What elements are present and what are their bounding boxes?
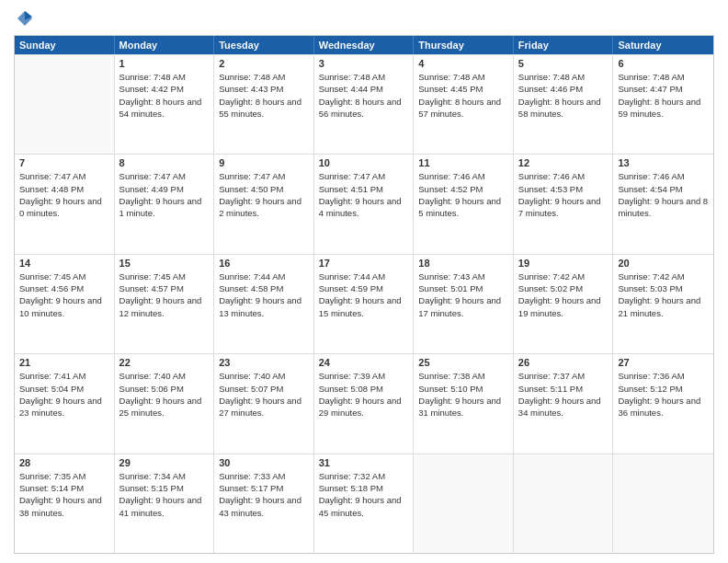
day-info: Sunrise: 7:42 AMSunset: 5:02 PMDaylight:… xyxy=(518,270,609,319)
day-info: Sunrise: 7:46 AMSunset: 4:52 PMDaylight:… xyxy=(418,170,508,219)
day-info: Sunrise: 7:41 AMSunset: 5:04 PMDaylight:… xyxy=(19,370,109,419)
logo xyxy=(14,9,34,28)
day-number: 22 xyxy=(119,357,210,368)
day-info: Sunrise: 7:48 AMSunset: 4:42 PMDaylight:… xyxy=(119,71,210,120)
day-info: Sunrise: 7:35 AMSunset: 5:14 PMDaylight:… xyxy=(19,470,109,519)
calendar-cell: 30Sunrise: 7:33 AMSunset: 5:17 PMDayligh… xyxy=(214,454,314,553)
day-info: Sunrise: 7:48 AMSunset: 4:43 PMDaylight:… xyxy=(219,71,309,120)
calendar-cell: 18Sunrise: 7:43 AMSunset: 5:01 PMDayligh… xyxy=(414,255,514,353)
calendar-cell: 13Sunrise: 7:46 AMSunset: 4:54 PMDayligh… xyxy=(613,155,713,253)
day-number: 28 xyxy=(19,457,109,468)
day-number: 20 xyxy=(618,258,709,269)
calendar-cell: 27Sunrise: 7:36 AMSunset: 5:12 PMDayligh… xyxy=(613,354,713,453)
logo-icon xyxy=(16,9,34,28)
calendar-cell: 26Sunrise: 7:37 AMSunset: 5:11 PMDayligh… xyxy=(514,354,614,453)
calendar-cell: 23Sunrise: 7:40 AMSunset: 5:07 PMDayligh… xyxy=(214,354,314,453)
calendar-cell xyxy=(613,454,713,553)
day-info: Sunrise: 7:47 AMSunset: 4:51 PMDaylight:… xyxy=(319,170,409,219)
day-info: Sunrise: 7:48 AMSunset: 4:45 PMDaylight:… xyxy=(418,71,508,120)
day-info: Sunrise: 7:43 AMSunset: 5:01 PMDaylight:… xyxy=(418,270,508,319)
day-number: 16 xyxy=(219,258,309,269)
day-info: Sunrise: 7:33 AMSunset: 5:17 PMDaylight:… xyxy=(219,470,309,519)
day-info: Sunrise: 7:39 AMSunset: 5:08 PMDaylight:… xyxy=(319,370,409,419)
day-number: 11 xyxy=(418,157,508,168)
day-info: Sunrise: 7:48 AMSunset: 4:46 PMDaylight:… xyxy=(518,71,609,120)
day-number: 31 xyxy=(319,457,409,468)
day-number: 3 xyxy=(319,58,409,69)
calendar-header-row: SundayMondayTuesdayWednesdayThursdayFrid… xyxy=(15,36,713,54)
calendar-cell: 20Sunrise: 7:42 AMSunset: 5:03 PMDayligh… xyxy=(613,255,713,353)
day-info: Sunrise: 7:48 AMSunset: 4:44 PMDaylight:… xyxy=(319,71,409,120)
day-number: 30 xyxy=(219,457,309,468)
calendar-header-cell: Friday xyxy=(514,36,614,54)
calendar-header-cell: Monday xyxy=(115,36,215,54)
calendar-cell: 9Sunrise: 7:47 AMSunset: 4:50 PMDaylight… xyxy=(214,155,314,253)
day-number: 18 xyxy=(418,258,508,269)
day-info: Sunrise: 7:47 AMSunset: 4:49 PMDaylight:… xyxy=(119,170,210,219)
calendar-header-cell: Sunday xyxy=(15,36,115,54)
day-info: Sunrise: 7:37 AMSunset: 5:11 PMDaylight:… xyxy=(518,370,609,419)
day-number: 7 xyxy=(19,157,109,168)
calendar-cell: 28Sunrise: 7:35 AMSunset: 5:14 PMDayligh… xyxy=(15,454,115,553)
day-number: 9 xyxy=(219,157,309,168)
calendar-cell: 3Sunrise: 7:48 AMSunset: 4:44 PMDaylight… xyxy=(314,55,415,154)
day-number: 27 xyxy=(618,357,709,368)
calendar-week: 1Sunrise: 7:48 AMSunset: 4:42 PMDaylight… xyxy=(15,54,713,154)
calendar-week: 21Sunrise: 7:41 AMSunset: 5:04 PMDayligh… xyxy=(15,353,713,453)
calendar-cell: 1Sunrise: 7:48 AMSunset: 4:42 PMDaylight… xyxy=(115,55,215,154)
day-info: Sunrise: 7:44 AMSunset: 4:59 PMDaylight:… xyxy=(319,270,409,319)
day-info: Sunrise: 7:40 AMSunset: 5:07 PMDaylight:… xyxy=(219,370,309,419)
day-number: 12 xyxy=(518,157,609,168)
day-number: 24 xyxy=(319,357,409,368)
header xyxy=(14,9,714,28)
calendar-week: 7Sunrise: 7:47 AMSunset: 4:48 PMDaylight… xyxy=(15,154,713,253)
day-number: 29 xyxy=(119,457,210,468)
day-info: Sunrise: 7:46 AMSunset: 4:54 PMDaylight:… xyxy=(618,170,709,219)
calendar-cell: 31Sunrise: 7:32 AMSunset: 5:18 PMDayligh… xyxy=(314,454,415,553)
calendar-cell: 25Sunrise: 7:38 AMSunset: 5:10 PMDayligh… xyxy=(414,354,514,453)
calendar-cell xyxy=(15,55,115,154)
day-info: Sunrise: 7:46 AMSunset: 4:53 PMDaylight:… xyxy=(518,170,609,219)
calendar-cell: 4Sunrise: 7:48 AMSunset: 4:45 PMDaylight… xyxy=(414,55,514,154)
calendar-week: 28Sunrise: 7:35 AMSunset: 5:14 PMDayligh… xyxy=(15,454,713,553)
day-number: 26 xyxy=(518,357,609,368)
day-number: 2 xyxy=(219,58,309,69)
calendar-body: 1Sunrise: 7:48 AMSunset: 4:42 PMDaylight… xyxy=(15,54,713,553)
day-info: Sunrise: 7:45 AMSunset: 4:57 PMDaylight:… xyxy=(119,270,210,319)
page: SundayMondayTuesdayWednesdayThursdayFrid… xyxy=(0,0,728,563)
calendar-cell: 15Sunrise: 7:45 AMSunset: 4:57 PMDayligh… xyxy=(115,255,215,353)
calendar-cell: 10Sunrise: 7:47 AMSunset: 4:51 PMDayligh… xyxy=(314,155,415,253)
day-number: 23 xyxy=(219,357,309,368)
day-number: 8 xyxy=(119,157,210,168)
calendar-cell: 24Sunrise: 7:39 AMSunset: 5:08 PMDayligh… xyxy=(314,354,415,453)
calendar: SundayMondayTuesdayWednesdayThursdayFrid… xyxy=(14,35,714,554)
day-info: Sunrise: 7:36 AMSunset: 5:12 PMDaylight:… xyxy=(618,370,709,419)
calendar-cell xyxy=(414,454,514,553)
day-info: Sunrise: 7:40 AMSunset: 5:06 PMDaylight:… xyxy=(119,370,210,419)
day-info: Sunrise: 7:48 AMSunset: 4:47 PMDaylight:… xyxy=(618,71,709,120)
day-number: 5 xyxy=(518,58,609,69)
calendar-cell: 8Sunrise: 7:47 AMSunset: 4:49 PMDaylight… xyxy=(115,155,215,253)
calendar-cell: 17Sunrise: 7:44 AMSunset: 4:59 PMDayligh… xyxy=(314,255,415,353)
calendar-week: 14Sunrise: 7:45 AMSunset: 4:56 PMDayligh… xyxy=(15,254,713,353)
calendar-cell: 5Sunrise: 7:48 AMSunset: 4:46 PMDaylight… xyxy=(514,55,614,154)
day-number: 4 xyxy=(418,58,508,69)
calendar-cell: 21Sunrise: 7:41 AMSunset: 5:04 PMDayligh… xyxy=(15,354,115,453)
day-info: Sunrise: 7:47 AMSunset: 4:50 PMDaylight:… xyxy=(219,170,309,219)
calendar-header-cell: Thursday xyxy=(414,36,514,54)
calendar-cell: 22Sunrise: 7:40 AMSunset: 5:06 PMDayligh… xyxy=(115,354,215,453)
day-number: 10 xyxy=(319,157,409,168)
calendar-cell: 11Sunrise: 7:46 AMSunset: 4:52 PMDayligh… xyxy=(414,155,514,253)
day-info: Sunrise: 7:32 AMSunset: 5:18 PMDaylight:… xyxy=(319,470,409,519)
day-info: Sunrise: 7:42 AMSunset: 5:03 PMDaylight:… xyxy=(618,270,709,319)
calendar-cell: 7Sunrise: 7:47 AMSunset: 4:48 PMDaylight… xyxy=(15,155,115,253)
calendar-cell: 16Sunrise: 7:44 AMSunset: 4:58 PMDayligh… xyxy=(214,255,314,353)
day-number: 25 xyxy=(418,357,508,368)
day-info: Sunrise: 7:45 AMSunset: 4:56 PMDaylight:… xyxy=(19,270,109,319)
day-number: 6 xyxy=(618,58,709,69)
day-number: 15 xyxy=(119,258,210,269)
day-info: Sunrise: 7:47 AMSunset: 4:48 PMDaylight:… xyxy=(19,170,109,219)
calendar-header-cell: Saturday xyxy=(613,36,713,54)
day-number: 13 xyxy=(618,157,709,168)
calendar-cell: 2Sunrise: 7:48 AMSunset: 4:43 PMDaylight… xyxy=(214,55,314,154)
